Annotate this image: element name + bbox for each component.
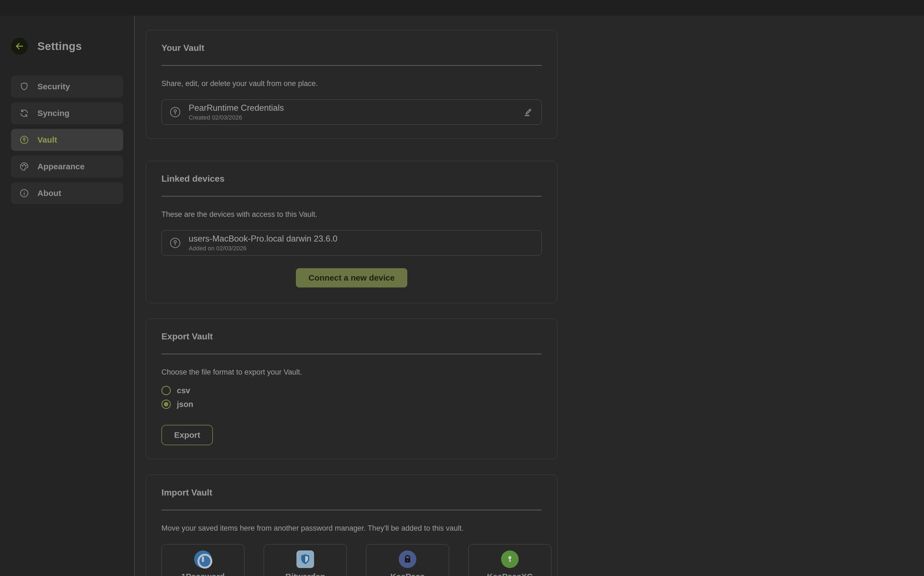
sidebar-item-label: Syncing <box>37 109 70 118</box>
sidebar-item-syncing[interactable]: Syncing <box>11 102 123 124</box>
divider <box>161 354 542 354</box>
settings-main-content: Your Vault Share, edit, or delete your v… <box>135 16 924 576</box>
divider <box>161 196 542 197</box>
your-vault-title: Your Vault <box>161 43 542 53</box>
settings-sidebar: Settings Security Syncing Vault <box>0 16 135 576</box>
your-vault-card: Your Vault Share, edit, or delete your v… <box>146 30 557 139</box>
back-button[interactable] <box>11 38 28 55</box>
sidebar-title: Settings <box>37 40 82 53</box>
provider-name: 1Password <box>181 572 225 576</box>
palette-icon <box>19 162 29 171</box>
shield-icon <box>19 82 29 91</box>
export-format-option-json: json <box>161 400 542 409</box>
edit-vault-button[interactable] <box>522 107 533 118</box>
bitwarden-icon <box>297 550 314 568</box>
export-vault-card: Export Vault Choose the file format to e… <box>146 318 557 459</box>
import-provider-keepassxc[interactable]: KeePassXC .csv, .xml <box>468 544 551 576</box>
sidebar-item-vault[interactable]: Vault <box>11 129 123 151</box>
divider <box>161 65 542 66</box>
vault-item-row: PearRuntime Credentials Created 02/03/20… <box>161 99 542 125</box>
export-format-option-csv: csv <box>161 386 542 395</box>
vault-created-date: Created 02/03/2026 <box>189 114 284 121</box>
sidebar-item-about[interactable]: About <box>11 182 123 204</box>
divider <box>161 510 542 510</box>
linked-devices-card: Linked devices These are the devices wit… <box>146 161 557 303</box>
import-vault-card: Import Vault Move your saved items here … <box>146 475 557 576</box>
sidebar-item-label: About <box>37 189 61 198</box>
sidebar-item-appearance[interactable]: Appearance <box>11 155 123 178</box>
device-name: users-MacBook-Pro.local darwin 23.6.0 <box>189 234 337 244</box>
import-provider-keepass[interactable]: KeePass .kdbx, .csv, .xml <box>366 544 449 576</box>
radio-csv-label: csv <box>177 386 190 395</box>
back-arrow-icon <box>15 42 24 51</box>
linked-devices-description: These are the devices with access to thi… <box>161 210 542 219</box>
sidebar-header: Settings <box>11 38 123 55</box>
keepass-icon <box>399 550 416 568</box>
device-row: users-MacBook-Pro.local darwin 23.6.0 Ad… <box>161 230 542 256</box>
radio-json-label: json <box>177 400 193 409</box>
provider-name: KeePass <box>390 572 425 576</box>
key-circle-icon <box>169 237 181 249</box>
key-circle-icon <box>169 106 181 118</box>
sidebar-item-label: Vault <box>37 135 57 144</box>
linked-devices-title: Linked devices <box>161 174 542 184</box>
key-circle-icon <box>19 135 29 145</box>
pencil-edit-icon <box>522 107 533 118</box>
sidebar-item-security[interactable]: Security <box>11 75 123 98</box>
import-vault-description: Move your saved items here from another … <box>161 524 542 533</box>
export-vault-description: Choose the file format to export your Va… <box>161 368 542 376</box>
export-vault-title: Export Vault <box>161 331 542 342</box>
export-button[interactable]: Export <box>161 425 213 445</box>
import-provider-bitwarden[interactable]: Bitwarden .json, .csv <box>264 544 347 576</box>
radio-csv[interactable] <box>161 386 171 395</box>
import-provider-1password[interactable]: 1Password .csv <box>161 544 244 576</box>
your-vault-description: Share, edit, or delete your vault from o… <box>161 79 542 88</box>
info-icon <box>19 188 29 198</box>
radio-json[interactable] <box>161 400 171 409</box>
sync-icon <box>19 108 29 118</box>
sidebar-item-label: Appearance <box>37 162 85 171</box>
window-titlebar <box>0 0 924 16</box>
provider-name: KeePassXC <box>487 572 533 576</box>
provider-name: Bitwarden <box>285 572 325 576</box>
device-added-date: Added on 02/03/2026 <box>189 245 337 252</box>
import-vault-title: Import Vault <box>161 488 542 498</box>
keepassxc-icon <box>501 550 519 568</box>
connect-new-device-button[interactable]: Connect a new device <box>296 268 407 288</box>
sidebar-item-label: Security <box>37 82 70 91</box>
onepassword-icon <box>194 550 212 568</box>
import-provider-grid: 1Password .csv Bitwarden .json, .csv Kee… <box>161 544 542 576</box>
vault-name: PearRuntime Credentials <box>189 103 284 113</box>
